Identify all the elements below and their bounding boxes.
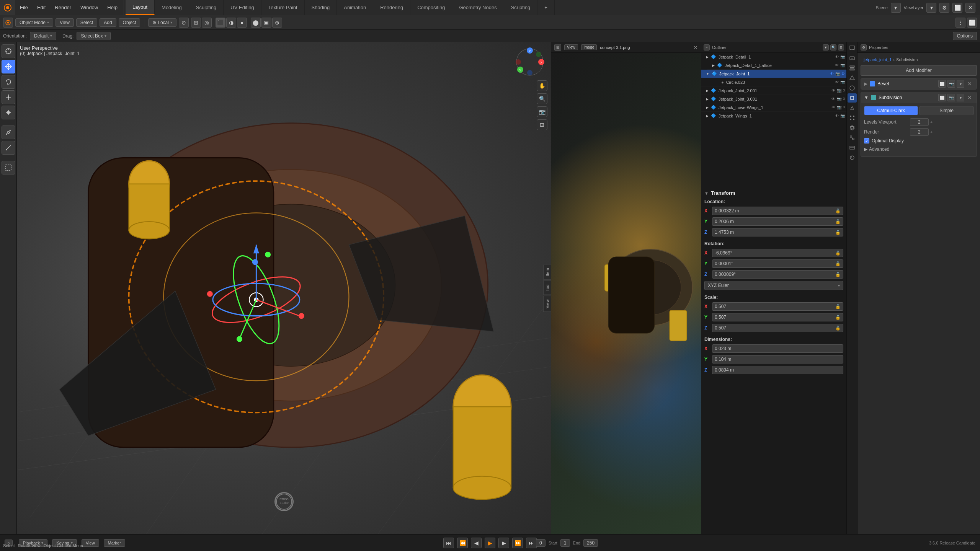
properties-panel-type-icon[interactable]: ⚙: [861, 44, 867, 51]
scale-z-lock-icon[interactable]: 🔓: [835, 326, 841, 331]
dimensions-z-field[interactable]: 0.0894 m: [712, 366, 843, 374]
outliner-row-lower-wings[interactable]: ▶ 🔷 Jetpack_LowerWings_1 👁 📷 3: [701, 103, 846, 112]
current-frame-field[interactable]: 0: [536, 539, 546, 547]
render-stepper[interactable]: 2 +: [910, 128, 933, 136]
image-preview-close-btn[interactable]: ✕: [693, 44, 698, 51]
outliner-search-icon[interactable]: 🔍: [830, 44, 836, 51]
subdiv-options-icon[interactable]: ▾: [957, 94, 964, 101]
outliner-type-icon[interactable]: ≡: [704, 44, 710, 51]
menu-file[interactable]: File: [15, 0, 33, 15]
menu-edit[interactable]: Edit: [33, 0, 50, 15]
render-icon-5[interactable]: 📷: [837, 97, 841, 101]
rotation-y-field[interactable]: 0.00001° 🔓: [712, 259, 843, 268]
tab-layout[interactable]: Layout: [126, 0, 155, 15]
tab-sculpting[interactable]: Sculpting: [189, 0, 224, 15]
overlays-icon[interactable]: ⬤: [251, 18, 261, 28]
props-data-icon[interactable]: [848, 143, 857, 152]
zoom-btn[interactable]: 🔍: [537, 93, 547, 104]
outliner-filter2-icon[interactable]: ⊞: [838, 44, 844, 51]
tab-geometry-nodes[interactable]: Geometry Nodes: [452, 0, 504, 15]
image-label-img[interactable]: Image: [581, 44, 597, 50]
prev-keyframe-btn[interactable]: ⏪: [457, 538, 468, 548]
transform-tool-btn[interactable]: [2, 106, 15, 119]
blender-icon-btn[interactable]: [3, 18, 13, 28]
viewport-solid-icon[interactable]: ⬛: [216, 18, 225, 28]
subdiv-enable-render-icon[interactable]: 📷: [947, 94, 955, 101]
dimensions-x-field[interactable]: 0.023 m: [712, 344, 843, 353]
props-modifier-icon[interactable]: [848, 103, 857, 112]
breadcrumb-object[interactable]: jetpack_joint_1: [864, 57, 892, 62]
default-orientation-dropdown[interactable]: Default ▾: [30, 32, 56, 40]
outliner-filter-icon[interactable]: ▼: [823, 44, 829, 51]
navigation-gizmo[interactable]: Z X Y: [514, 47, 545, 77]
orientation-dropdown[interactable]: ⊕ Local ▾: [148, 18, 176, 27]
prev-frame-btn[interactable]: ◀: [471, 538, 482, 548]
render-icon-6[interactable]: 📷: [837, 105, 841, 109]
main-viewport[interactable]: User Perspective (0) Jetpack | Jetpack_J…: [17, 42, 551, 534]
subdiv-delete-btn[interactable]: ✕: [966, 94, 973, 101]
subdiv-enable-realtime-icon[interactable]: ⬜: [938, 94, 946, 101]
snap-icon[interactable]: ⊞: [191, 18, 201, 28]
visibility-icon-3[interactable]: 👁: [835, 80, 839, 84]
location-y-field[interactable]: 0.2006 m 🔓: [712, 217, 843, 226]
rotation-mode-dropdown[interactable]: XYZ Euler ▾: [704, 281, 843, 290]
render-value[interactable]: 2: [910, 128, 929, 136]
levels-viewport-value[interactable]: 2: [910, 118, 929, 126]
sidebar-tab-item[interactable]: Item: [543, 264, 551, 279]
tab-add-new[interactable]: +: [537, 0, 555, 15]
view-label-img[interactable]: View: [564, 44, 578, 50]
location-x-field[interactable]: 0.000322 m 🔓: [712, 207, 843, 215]
render-icon-7[interactable]: 📷: [840, 114, 845, 118]
bevel-enable-realtime-icon[interactable]: ⬜: [938, 80, 946, 88]
cursor-tool-btn[interactable]: [2, 44, 15, 58]
editor-type-icon[interactable]: ⋮: [956, 18, 965, 28]
bottom-view-btn[interactable]: View: [82, 539, 99, 547]
props-constraints-icon[interactable]: [848, 133, 857, 142]
simple-tab[interactable]: Simple: [920, 106, 973, 115]
props-particles-icon[interactable]: [848, 113, 857, 122]
location-z-lock-icon[interactable]: 🔓: [835, 230, 841, 235]
tab-rendering[interactable]: Rendering: [373, 0, 410, 15]
render-icon-4[interactable]: 📷: [837, 88, 841, 93]
outliner-row-wings-1[interactable]: ▶ 🔷 Jetpack_Wings_1 👁 📷: [701, 112, 846, 120]
move-tool-btn[interactable]: [2, 60, 15, 73]
rotate-tool-btn[interactable]: [2, 75, 15, 89]
go-to-end-btn[interactable]: ⏭: [526, 538, 537, 548]
props-physics-icon[interactable]: [848, 123, 857, 132]
render-icon-0[interactable]: 📷: [840, 55, 845, 59]
scale-z-field[interactable]: 0.507 🔓: [712, 324, 843, 332]
levels-viewport-increment-icon[interactable]: +: [930, 120, 933, 124]
subdiv-expand-icon[interactable]: ▼: [864, 95, 869, 100]
close-app-icon[interactable]: ✕: [965, 3, 975, 13]
measure-tool-btn[interactable]: [2, 141, 15, 155]
tab-animation[interactable]: Animation: [337, 0, 373, 15]
dimensions-y-field[interactable]: 0.104 m: [712, 355, 843, 364]
view-btn[interactable]: View: [56, 18, 74, 27]
scale-x-lock-icon[interactable]: 🔓: [835, 304, 841, 309]
tab-texture-paint[interactable]: Texture Paint: [261, 0, 305, 15]
object-btn[interactable]: Object: [119, 18, 140, 27]
box-select-btn[interactable]: [2, 161, 15, 174]
tab-scripting[interactable]: Scripting: [504, 0, 538, 15]
rotation-z-field[interactable]: 0.000009° 🔓: [712, 270, 843, 279]
go-to-start-btn[interactable]: ⏮: [443, 538, 454, 548]
add-modifier-button[interactable]: Add Modifier: [861, 65, 977, 76]
editor-type-image-icon[interactable]: ⊞: [554, 44, 561, 51]
render-increment-icon[interactable]: +: [930, 130, 933, 134]
proportional-icon[interactable]: ◎: [202, 18, 212, 28]
render-icon-2[interactable]: 📷: [835, 72, 840, 76]
scale-y-lock-icon[interactable]: 🔓: [835, 315, 841, 320]
view-layer-dropdown[interactable]: ▾: [926, 3, 936, 13]
start-frame-field[interactable]: 1: [560, 539, 570, 547]
rotation-z-lock-icon[interactable]: 🔓: [835, 272, 841, 277]
props-object-icon[interactable]: [848, 93, 857, 103]
scale-y-field[interactable]: 0.507 🔓: [712, 313, 843, 321]
visibility-icon-6[interactable]: 👁: [831, 105, 835, 109]
add-btn[interactable]: Add: [100, 18, 116, 27]
tab-compositing[interactable]: Compositing: [410, 0, 452, 15]
location-x-lock-icon[interactable]: 🔓: [835, 209, 841, 214]
props-output-icon[interactable]: [848, 54, 857, 63]
visibility-icon-5[interactable]: 👁: [831, 97, 835, 101]
sidebar-tab-view[interactable]: View: [543, 296, 551, 312]
options-btn[interactable]: Options: [953, 32, 977, 40]
